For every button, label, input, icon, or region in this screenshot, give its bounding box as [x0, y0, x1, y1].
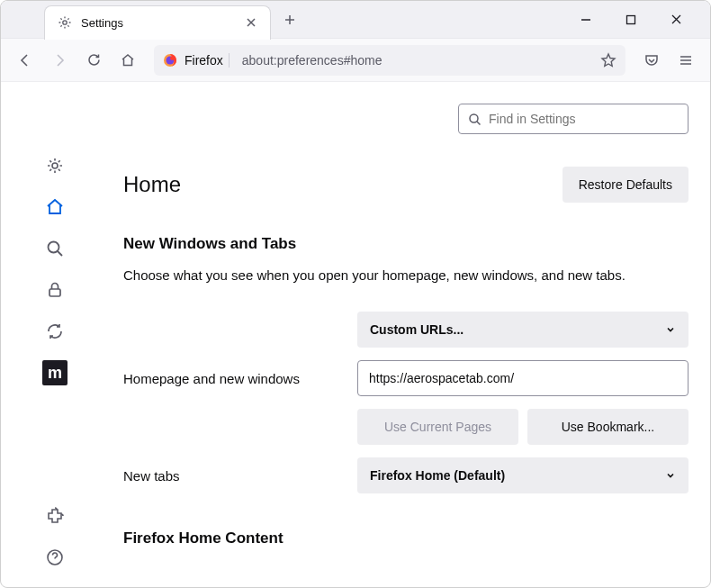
- titlebar: Settings: [1, 1, 710, 39]
- reload-button[interactable]: [78, 45, 109, 76]
- new-tab-button[interactable]: [276, 6, 303, 33]
- homepage-url-input[interactable]: [357, 360, 688, 396]
- tab-title: Settings: [81, 16, 236, 30]
- section-title: New Windows and Tabs: [123, 235, 688, 253]
- chevron-down-icon: [665, 324, 676, 335]
- close-window-button[interactable]: [663, 7, 688, 32]
- svg-point-4: [52, 163, 58, 168]
- homepage-field-label: Homepage and new windows: [123, 371, 339, 386]
- browser-tab[interactable]: Settings: [44, 5, 271, 40]
- content-area: m Home Restore Defaults New Windows and …: [1, 82, 710, 588]
- svg-point-8: [470, 114, 478, 122]
- settings-search[interactable]: [458, 104, 688, 134]
- forward-button[interactable]: [44, 45, 75, 76]
- close-icon[interactable]: [245, 16, 257, 29]
- sidebar-item-home[interactable]: [36, 188, 74, 226]
- use-current-pages-button[interactable]: Use Current Pages: [357, 409, 518, 445]
- gear-icon: [58, 15, 72, 30]
- section-description: Choose what you see when you open your h…: [123, 266, 688, 285]
- identity-label: Firefox: [184, 53, 230, 68]
- sidebar-item-search[interactable]: [36, 230, 74, 267]
- homepage-mode-select[interactable]: Custom URLs...: [357, 312, 688, 348]
- sidebar-item-help[interactable]: [36, 538, 74, 576]
- chevron-down-icon: [665, 470, 676, 481]
- sidebar-item-privacy[interactable]: [36, 271, 74, 309]
- firefox-logo-icon: [163, 53, 177, 68]
- sidebar-item-m-icon[interactable]: m: [42, 360, 68, 385]
- search-input[interactable]: [489, 112, 679, 126]
- home-content-title: Firefox Home Content: [123, 529, 688, 547]
- maximize-button[interactable]: [618, 7, 644, 32]
- sidebar-item-extensions[interactable]: [36, 497, 74, 535]
- url-bar[interactable]: Firefox about:preferences#home: [154, 45, 626, 76]
- svg-point-0: [63, 21, 67, 24]
- minimize-button[interactable]: [573, 7, 598, 32]
- page-heading: Home: [123, 172, 181, 197]
- sidebar-item-general[interactable]: [36, 147, 74, 185]
- main-panel: Home Restore Defaults New Windows and Ta…: [109, 82, 710, 588]
- restore-defaults-button[interactable]: Restore Defaults: [562, 167, 688, 203]
- use-bookmark-button[interactable]: Use Bookmark...: [527, 409, 688, 445]
- url-text: about:preferences#home: [237, 53, 593, 68]
- search-icon: [468, 113, 482, 126]
- window-controls: [573, 7, 710, 32]
- bookmark-star-icon[interactable]: [600, 52, 616, 68]
- menu-button[interactable]: [670, 45, 701, 76]
- sidebar-item-sync[interactable]: [36, 312, 74, 350]
- pocket-button[interactable]: [636, 45, 667, 76]
- newtabs-label: New tabs: [123, 468, 339, 484]
- back-button[interactable]: [10, 45, 40, 76]
- svg-rect-1: [627, 15, 635, 23]
- nav-toolbar: Firefox about:preferences#home: [1, 39, 710, 82]
- home-button[interactable]: [112, 45, 143, 76]
- newtabs-select[interactable]: Firefox Home (Default): [357, 457, 688, 493]
- settings-sidebar: m: [1, 82, 109, 588]
- svg-rect-6: [50, 289, 60, 296]
- svg-point-5: [49, 242, 59, 253]
